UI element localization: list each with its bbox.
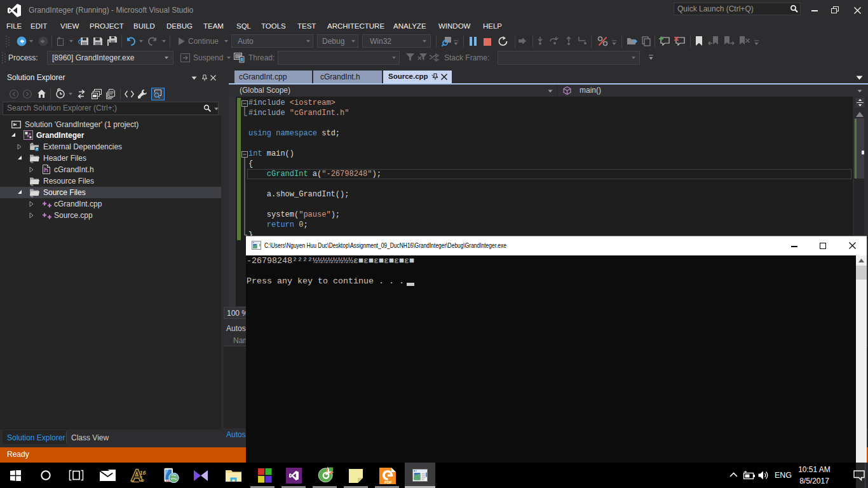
svg-text:PDF: PDF (384, 480, 392, 484)
svg-text:16: 16 (140, 470, 147, 476)
